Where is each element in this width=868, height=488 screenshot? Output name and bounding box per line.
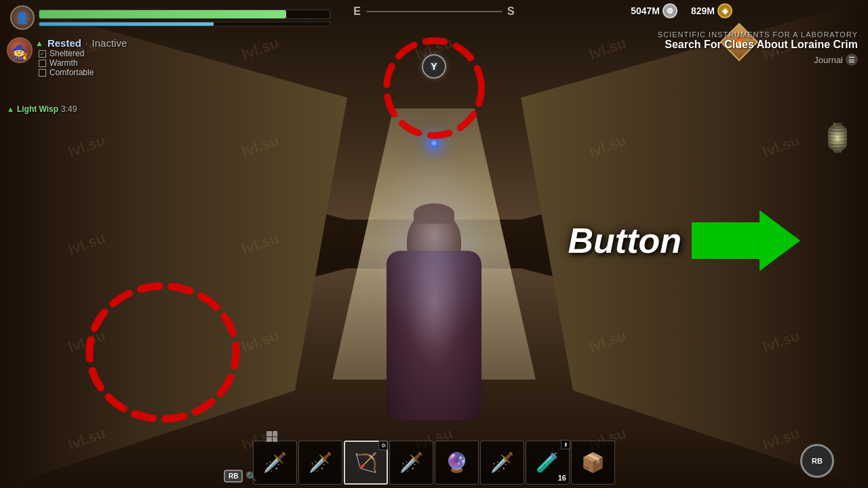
wall-lamp: 🏮: [821, 122, 854, 154]
player-character: [359, 203, 509, 420]
game-background: lvl.su lvl.su lvl.su lvl.su lvl.su lvl.s…: [0, 0, 868, 488]
player-body: [387, 251, 481, 420]
